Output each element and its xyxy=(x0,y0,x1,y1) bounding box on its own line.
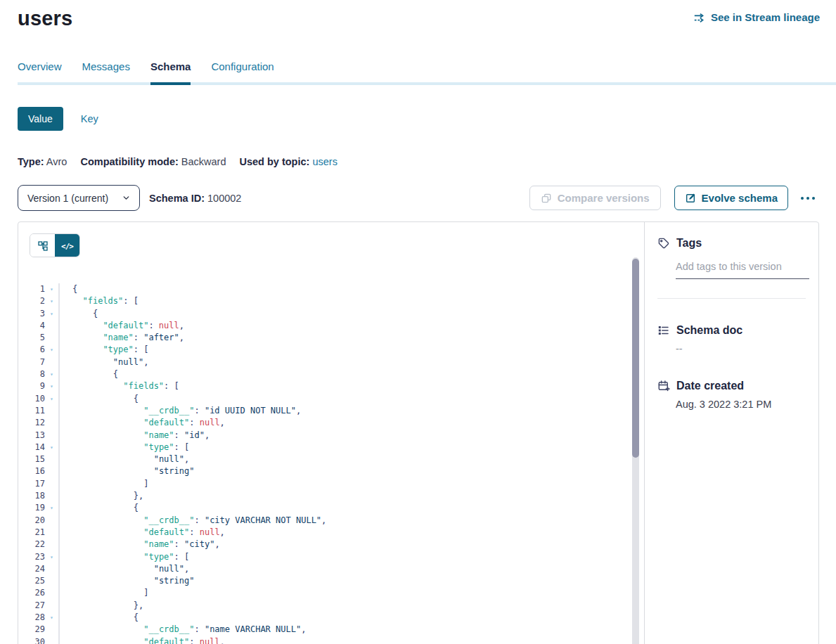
fold-gutter xyxy=(45,600,60,612)
code-text: }, xyxy=(60,600,143,612)
code-line: 11"__crdb__": "id UUID NOT NULL", xyxy=(18,405,644,417)
line-number: 20 xyxy=(18,515,45,527)
code-text: { xyxy=(60,612,139,624)
code-line: 13"name": "id", xyxy=(18,430,644,442)
line-number: 22 xyxy=(18,539,45,550)
fold-arrow-icon[interactable]: ▾ xyxy=(45,551,60,563)
key-toggle-button[interactable]: Key xyxy=(81,113,98,124)
line-number: 21 xyxy=(18,527,45,539)
more-options-button[interactable] xyxy=(797,193,818,204)
tab-messages[interactable]: Messages xyxy=(82,60,130,82)
type-value: Avro xyxy=(46,156,67,167)
line-number: 29 xyxy=(18,624,45,636)
fold-gutter xyxy=(45,527,60,539)
tag-icon xyxy=(657,237,670,250)
code-line: 4"default": null, xyxy=(18,320,644,332)
code-text: "__crdb__": "city VARCHAR NOT NULL", xyxy=(60,515,326,527)
code-text: "fields": [ xyxy=(60,295,139,307)
code-text: "default": null, xyxy=(60,636,225,644)
code-line: 7"null", xyxy=(18,356,644,368)
tab-bar: Overview Messages Schema Configuration xyxy=(18,60,836,85)
line-number: 11 xyxy=(18,405,45,417)
calendar-plus-icon xyxy=(657,380,670,392)
version-select[interactable]: Version 1 (current) xyxy=(18,185,140,211)
code-line: 20"__crdb__": "city VARCHAR NOT NULL", xyxy=(18,515,644,527)
fold-arrow-icon[interactable]: ▾ xyxy=(45,442,60,453)
fold-arrow-icon[interactable]: ▾ xyxy=(45,368,60,380)
fold-gutter xyxy=(45,417,60,429)
schema-meta: Type: Avro Compatibility mode: Backward … xyxy=(18,156,836,167)
schema-id-label: Schema ID: xyxy=(149,193,205,204)
code-text: { xyxy=(60,393,139,405)
code-line: 15"null", xyxy=(18,453,644,465)
code-pane: </> 1▾{2▾"fields": [3▾{4"default": null,… xyxy=(18,222,645,644)
fold-gutter xyxy=(45,587,60,599)
code-line: 23▾"type": [ xyxy=(18,551,644,563)
code-text: "type": [ xyxy=(60,442,189,453)
schema-panel: </> 1▾{2▾"fields": [3▾{4"default": null,… xyxy=(18,221,819,644)
line-number: 18 xyxy=(18,490,45,502)
ellipsis-icon xyxy=(800,195,816,201)
line-number: 12 xyxy=(18,417,45,429)
tab-configuration[interactable]: Configuration xyxy=(211,60,274,82)
tab-overview[interactable]: Overview xyxy=(18,60,62,82)
line-number: 10 xyxy=(18,393,45,405)
line-number: 2 xyxy=(18,295,45,307)
tab-schema[interactable]: Schema xyxy=(150,60,191,85)
fold-gutter xyxy=(45,320,60,332)
editor-scrollbar[interactable] xyxy=(632,257,639,644)
tags-section-header: Tags xyxy=(657,237,806,250)
fold-gutter xyxy=(45,515,60,527)
code-line: 26] xyxy=(18,587,644,599)
code-text: "default": null, xyxy=(60,417,225,429)
code-line: 9▾"fields": [ xyxy=(18,380,644,392)
evolve-schema-button[interactable]: Evolve schema xyxy=(674,186,788,210)
fold-arrow-icon[interactable]: ▾ xyxy=(45,612,60,624)
fold-arrow-icon[interactable]: ▾ xyxy=(45,283,60,295)
code-line: 1▾{ xyxy=(18,283,644,295)
tags-input[interactable] xyxy=(676,261,809,279)
view-toggle: </> xyxy=(30,233,80,257)
code-text: "name": "after", xyxy=(60,332,184,344)
page-header: users See in Stream lineage xyxy=(0,0,836,30)
line-number: 8 xyxy=(18,368,45,380)
fold-arrow-icon[interactable]: ▾ xyxy=(45,393,60,405)
fold-gutter xyxy=(45,563,60,575)
compare-versions-button[interactable]: Compare versions xyxy=(529,186,661,210)
topic-link[interactable]: users xyxy=(312,156,337,167)
code-view-button[interactable]: </> xyxy=(55,234,79,257)
code-line: 18}, xyxy=(18,490,644,502)
date-created-heading: Date created xyxy=(676,380,744,392)
code-text: "type": [ xyxy=(60,551,189,563)
code-line: 22"name": "city", xyxy=(18,539,644,550)
fold-gutter xyxy=(45,478,60,490)
fold-gutter xyxy=(45,490,60,502)
compatibility-value: Backward xyxy=(181,156,226,167)
code-editor[interactable]: 1▾{2▾"fields": [3▾{4"default": null,5"na… xyxy=(18,283,644,644)
fold-gutter xyxy=(45,636,60,644)
fold-arrow-icon[interactable]: ▾ xyxy=(45,344,60,356)
fold-arrow-icon[interactable]: ▾ xyxy=(45,295,60,307)
editor-scrollbar-thumb[interactable] xyxy=(632,259,639,458)
line-number: 27 xyxy=(18,600,45,612)
code-text: "string" xyxy=(60,465,194,477)
code-line: 25"string" xyxy=(18,575,644,587)
fold-arrow-icon[interactable]: ▾ xyxy=(45,308,60,320)
tags-heading: Tags xyxy=(676,237,702,250)
fold-gutter xyxy=(45,575,60,587)
fold-gutter xyxy=(45,465,60,477)
value-toggle-button[interactable]: Value xyxy=(18,107,63,131)
code-text: "null", xyxy=(60,453,189,465)
stream-lineage-link[interactable]: See in Stream lineage xyxy=(693,11,820,23)
fold-arrow-icon[interactable]: ▾ xyxy=(45,502,60,514)
fold-gutter xyxy=(45,356,60,368)
compare-copy-icon xyxy=(541,193,552,204)
list-icon xyxy=(657,324,670,337)
code-text: ] xyxy=(60,587,148,599)
code-text: { xyxy=(60,502,139,514)
line-number: 26 xyxy=(18,587,45,599)
stream-lineage-icon xyxy=(693,12,706,23)
code-text: ] xyxy=(60,478,148,490)
fold-arrow-icon[interactable]: ▾ xyxy=(45,380,60,392)
tree-view-button[interactable] xyxy=(30,234,55,257)
